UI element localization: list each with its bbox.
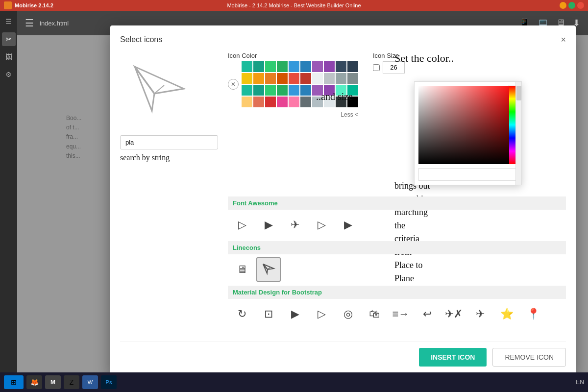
svg-marker-1 <box>135 67 154 111</box>
icon-item[interactable]: 🛍 <box>362 302 387 326</box>
size-input[interactable] <box>383 61 405 74</box>
color-clear-button[interactable]: ✕ <box>228 79 239 90</box>
color-gradient-canvas[interactable] <box>418 86 516 164</box>
color-cell[interactable] <box>253 85 264 96</box>
hamburger-icon[interactable]: ☰ <box>25 17 34 29</box>
insert-icon-button[interactable]: INSERT ICON <box>419 348 487 367</box>
color-cell[interactable] <box>265 61 276 72</box>
icons-row-linecons: 🖥 <box>228 257 566 282</box>
icon-item[interactable]: ↩ <box>415 302 440 326</box>
icon-item[interactable]: ✔ <box>256 328 281 334</box>
color-cell[interactable] <box>289 73 299 84</box>
color-cell[interactable] <box>347 97 358 107</box>
annotation-search: search by string <box>120 153 218 162</box>
color-cell[interactable] <box>300 85 311 96</box>
color-cell[interactable] <box>242 85 252 96</box>
sidebar-clip-icon[interactable]: ✂ <box>2 32 16 46</box>
color-cell[interactable] <box>336 61 346 72</box>
color-cell[interactable] <box>300 73 311 84</box>
taskbar-browser-icon[interactable]: 🦊 <box>26 375 42 389</box>
category-header-material: Material Design for Bootstrap <box>228 286 566 299</box>
icon-item[interactable]: 📱 <box>283 328 307 334</box>
icon-color-group: Icon Color ✕ Less < <box>228 52 358 118</box>
color-cell[interactable] <box>253 97 264 107</box>
color-cell[interactable] <box>300 61 311 72</box>
color-cell[interactable] <box>242 73 252 84</box>
color-cell[interactable] <box>289 85 299 96</box>
color-cell[interactable] <box>336 97 346 107</box>
search-input[interactable] <box>120 135 218 149</box>
icon-item[interactable]: ≡→ <box>389 302 413 326</box>
color-picker-popup: ✕ <box>414 81 522 185</box>
color-cell[interactable] <box>242 97 252 107</box>
taskbar-m-icon[interactable]: M <box>45 375 61 389</box>
icons-scroll-area[interactable]: Font Awesome ▷ ▶ ✈ ▷ ▶ Linecon <box>228 196 566 334</box>
color-cell[interactable] <box>265 97 276 107</box>
icon-item[interactable]: ↻ <box>230 302 254 326</box>
color-cell[interactable] <box>324 73 335 84</box>
icon-item[interactable]: 🛒 <box>230 328 254 334</box>
close-button[interactable] <box>577 2 584 9</box>
color-cell[interactable] <box>289 97 299 107</box>
icon-item[interactable]: ▶ <box>283 302 307 326</box>
color-cell[interactable] <box>324 97 335 107</box>
sidebar-menu-icon[interactable]: ☰ <box>2 15 16 28</box>
color-cell[interactable] <box>300 97 311 107</box>
less-button[interactable]: Less < <box>228 111 358 118</box>
icon-item[interactable]: 🖥 <box>230 257 254 282</box>
color-hex-input[interactable] <box>418 168 517 181</box>
icon-item[interactable]: ⊡ <box>256 302 281 326</box>
icon-item[interactable]: ▷ <box>309 213 334 237</box>
icon-item[interactable]: ◎ <box>336 302 360 326</box>
app-icon <box>4 1 12 9</box>
color-cell[interactable] <box>253 73 264 84</box>
app-title: Mobirise 2.14.2 <box>15 2 53 8</box>
icon-item[interactable]: ▷ <box>309 302 334 326</box>
dialog-title: Select icons <box>120 35 162 44</box>
dialog-header: Select icons × <box>120 35 566 44</box>
color-cell[interactable] <box>347 61 358 72</box>
icon-item[interactable]: ⭐ <box>494 302 519 326</box>
icon-item[interactable]: ▷ <box>230 213 254 237</box>
color-cell[interactable] <box>324 85 335 96</box>
remove-icon-button[interactable]: REMOVE ICON <box>492 348 566 367</box>
color-cell[interactable] <box>253 61 264 72</box>
color-cell[interactable] <box>312 61 323 72</box>
taskbar-ftp-icon[interactable]: Z <box>64 375 79 389</box>
color-cell[interactable] <box>265 85 276 96</box>
color-cell[interactable] <box>312 73 323 84</box>
sidebar-image-icon[interactable]: 🖼 <box>2 50 16 64</box>
color-cell[interactable] <box>347 73 358 84</box>
color-cell[interactable] <box>312 97 323 107</box>
icons-row-fa: ▷ ▶ ✈ ▷ ▶ <box>228 213 566 237</box>
icon-item[interactable]: ✈ <box>468 302 492 326</box>
color-cell[interactable] <box>336 73 346 84</box>
sidebar-settings-icon[interactable]: ⚙ <box>2 68 16 81</box>
color-picker-scrollbar[interactable] <box>515 82 521 185</box>
color-cell[interactable] <box>336 85 346 96</box>
taskbar-ps-icon[interactable]: Ps <box>101 375 117 389</box>
icon-item[interactable]: ▶ <box>336 213 360 237</box>
maximize-button[interactable] <box>568 2 575 9</box>
icon-item[interactable]: ✈ <box>283 213 307 237</box>
icon-item[interactable]: 📍 <box>521 302 545 326</box>
color-cell[interactable] <box>324 61 335 72</box>
color-cell[interactable] <box>347 85 358 96</box>
icon-item[interactable]: ▶ <box>256 213 281 237</box>
color-cell[interactable] <box>312 85 323 96</box>
color-cell[interactable] <box>277 85 288 96</box>
minimize-button[interactable] <box>560 2 566 9</box>
dialog-close-button[interactable]: × <box>561 35 566 44</box>
color-cell[interactable] <box>277 73 288 84</box>
icon-item-selected[interactable] <box>256 257 281 282</box>
right-panel: Icon Color ✕ Less < Icon Size <box>228 52 566 334</box>
start-button[interactable]: ⊞ <box>4 375 24 389</box>
color-cell[interactable] <box>277 61 288 72</box>
size-checkbox[interactable] <box>373 64 380 71</box>
color-cell[interactable] <box>265 73 276 84</box>
color-cell[interactable] <box>277 97 288 107</box>
icon-item[interactable]: ✈✗ <box>441 302 466 326</box>
color-cell[interactable] <box>289 61 299 72</box>
taskbar-word-icon[interactable]: W <box>82 375 98 389</box>
color-cell[interactable] <box>242 61 252 72</box>
